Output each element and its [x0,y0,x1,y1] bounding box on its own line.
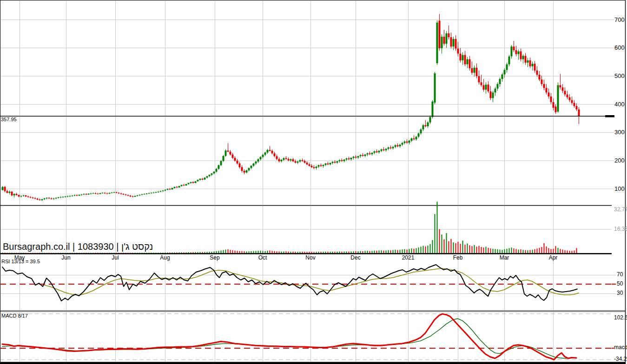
candle-up [353,157,355,158]
candle-up [72,195,73,196]
volume-bar [462,240,463,253]
candle-down [176,187,178,188]
candle-up [411,138,413,141]
candle-up [497,84,499,89]
candle-down [25,195,27,196]
volume-bar [439,229,440,253]
candle-up [511,46,513,56]
candle-down [574,103,575,106]
volume-bar [323,252,324,253]
volume-bar [472,246,473,253]
volume-bar [211,252,212,253]
volume-bar [9,253,10,253]
bursagraph-chart-page: 357.95 Bursagraph.co.il | 1083930 | נקסט… [0,0,627,364]
chart-canvas[interactable] [0,0,627,364]
candle-up [499,79,501,84]
volume-bar [300,252,301,253]
candle-down [120,194,122,194]
candle-up [367,153,369,154]
candle-down [425,125,427,126]
volume-bar [284,252,284,253]
volume-bar [114,253,115,253]
volume-bar [170,253,171,253]
candle-up [260,157,262,159]
last-price-label: 357.95 [1,117,17,122]
candle-up [65,196,66,197]
volume-bar [490,248,491,253]
candle-up [204,178,206,180]
volume-bar [109,253,110,253]
volume-bar [351,252,352,253]
volume-bar [370,251,370,253]
volume-bar [98,253,99,253]
volume-bar [253,251,254,253]
candle-down [569,98,571,100]
volume-bar [481,247,482,253]
volume-bar [528,250,528,253]
volume-bar [393,250,394,253]
volume-bar [107,253,108,253]
volume-bar [198,252,198,253]
candle-up [492,92,494,98]
candle-down [564,91,566,95]
rsi-line [2,265,577,301]
month-label: May [14,255,25,260]
candle-down [192,182,194,183]
candle-up [332,162,334,163]
candle-up [467,59,469,65]
candle-up [257,159,259,162]
candle-up [518,52,520,54]
candle-down [169,189,171,189]
candle-down [123,194,125,195]
month-label: Mar [500,255,509,260]
candle-up [162,190,164,191]
volume-bar [249,251,250,253]
volume-bar [309,252,310,253]
candle-up [402,143,403,145]
volume-bar [7,253,8,253]
volume-bar [365,251,366,253]
volume-bar [514,248,515,253]
volume-bar [444,239,445,253]
candle-down [355,157,357,158]
volume-bar [119,253,119,253]
volume-bar [184,252,185,253]
candle-up [139,195,141,195]
candle-up [441,37,443,48]
candle-up [395,145,396,147]
volume-bar [507,249,508,253]
volume-bar [342,252,343,253]
last-price-marker [605,115,614,117]
volume-bar [397,250,398,253]
volume-bar [569,251,570,253]
volume-bar [272,251,273,253]
candle-up [325,163,327,165]
candle-down [376,151,378,152]
volume-bar [130,253,131,253]
candle-down [274,153,276,156]
price-volume-rsi-macd-chart[interactable] [0,0,627,364]
candle-up [41,199,43,200]
volume-bar [16,253,17,253]
volume-bar [511,247,512,253]
candle-up [418,133,420,136]
bottom-frame-bar [0,362,626,364]
volume-bar [460,244,461,253]
candle-down [230,152,231,155]
candle-down [241,167,243,171]
candle-up [178,186,180,188]
volume-bar [553,249,554,253]
volume-bar [112,253,112,253]
candle-up [434,73,436,103]
volume-bar [383,251,384,253]
candle-down [571,100,573,103]
candle-down [469,59,471,68]
macd-max-label: 102.58 [614,315,627,320]
volume-bar [156,253,157,253]
candle-down [106,194,108,194]
volume-bar [160,253,161,253]
candle-down [555,107,557,112]
candle-down [578,110,580,117]
candle-up [432,102,434,117]
volume-bar [321,252,322,253]
